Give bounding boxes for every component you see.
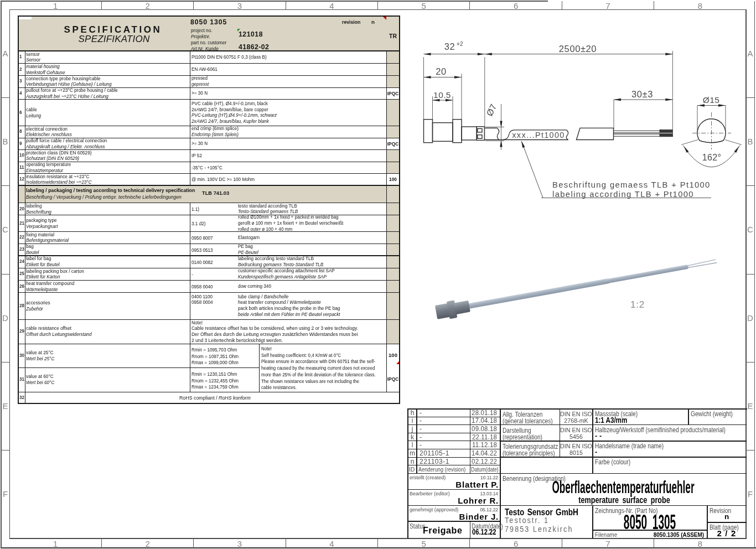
svg-text:2500±20: 2500±20 [559,44,597,54]
svg-text:Ø7: Ø7 [485,102,499,117]
svg-text:Ø15: Ø15 [703,95,720,105]
svg-text:32: 32 [444,42,455,51]
svg-text:1:2: 1:2 [630,299,645,310]
svg-text:Beschriftung gemaess TLB + Pt1: Beschriftung gemaess TLB + Pt1000 [552,180,711,189]
svg-text:labeling according TLB + Pt100: labeling according TLB + Pt1000 [552,190,694,199]
svg-text:162°: 162° [702,153,722,162]
svg-text:20: 20 [436,66,447,76]
svg-text:30±3: 30±3 [631,89,653,99]
svg-text:+2: +2 [457,41,463,47]
svg-text:xxx...Pt1000: xxx...Pt1000 [512,131,565,139]
svg-text:10.5: 10.5 [433,90,451,100]
